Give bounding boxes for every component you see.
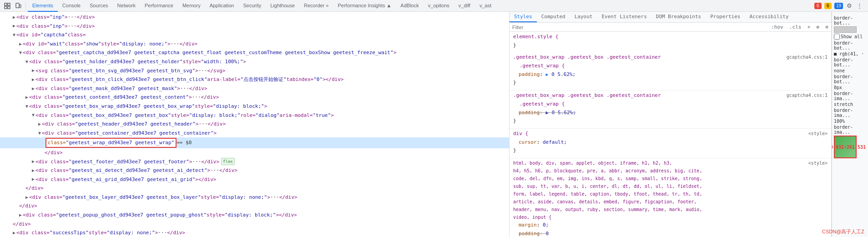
inspect-icon[interactable] xyxy=(2,0,13,11)
dom-line: ▶ <div class="geetest_box_layer_dd943ee7… xyxy=(0,193,509,202)
dom-line-selected[interactable]: class="geetest_wrap_dd943ee7 geetest_wra… xyxy=(0,137,509,148)
color-border-bot-2: border-bot... xyxy=(834,40,866,50)
main-area: ▶ <div class="inp"> ··· </div> ▶ <div cl… xyxy=(0,12,868,237)
rule-element-style: element.style { } xyxy=(510,32,831,52)
tab-accessibility[interactable]: Accessibility xyxy=(745,12,793,22)
styles-panel: Styles Computed Layout Event Listeners D… xyxy=(510,12,832,237)
tab-v-options[interactable]: v_opitons xyxy=(424,0,454,12)
tab-elements[interactable]: Elements xyxy=(28,0,58,12)
filter-suffix: :hov .cls + ⊕ ≡ xyxy=(771,24,828,30)
color-none: none xyxy=(834,68,866,73)
tab-performance[interactable]: Performance xyxy=(140,0,178,12)
dom-line: ▶ <div id="wait" class="show" style="dis… xyxy=(0,40,509,49)
dom-panel[interactable]: ▶ <div class="inp"> ··· </div> ▶ <div cl… xyxy=(0,12,510,237)
tab-adblock[interactable]: AdBlock xyxy=(396,0,423,12)
dom-line: ▼ <div id="captcha" class= xyxy=(0,30,509,40)
tab-layout[interactable]: Layout xyxy=(570,12,597,22)
show-all-checkbox[interactable] xyxy=(834,34,840,40)
color-border-ima-2: border-ima... xyxy=(834,108,866,118)
dom-line: ▼ <div class="geetest_captcha_dd943ee7 g… xyxy=(0,48,509,57)
color-border-bot-4: border-bot... xyxy=(834,74,866,84)
tab-memory[interactable]: Memory xyxy=(178,0,205,12)
styles-content: element.style { } .geetest_box_wrap .gee… xyxy=(510,32,831,237)
devtools-container: Elements Console Sources Network Perform… xyxy=(0,0,868,237)
color-border-bot-1: border-bot... xyxy=(834,15,866,25)
tab-v-diff[interactable]: v_diff xyxy=(454,0,475,12)
tab-styles[interactable]: Styles xyxy=(510,12,537,22)
dom-line: ▶ <div class="geetest_content_dd943ee7 g… xyxy=(0,93,509,102)
tab-lighthouse[interactable]: Lighthouse xyxy=(266,0,299,12)
color-show-all[interactable]: Show all xyxy=(834,34,866,40)
rule-origin-html: <style> xyxy=(808,159,828,221)
svg-rect-4 xyxy=(16,3,19,8)
styles-filter-row: :hov .cls + ⊕ ≡ xyxy=(510,23,831,32)
color-border-ima-1: border-ima... xyxy=(834,91,866,101)
color-stretch: stretch xyxy=(834,102,866,107)
rule-div: div { <style> cursor: default; } xyxy=(510,129,831,158)
dom-line: ▶ <div class="geetest_btn_click_dd943ee7… xyxy=(0,75,509,84)
toolbar-right: 6 6 19 ⚙ ⋮ xyxy=(814,1,866,10)
settings-icon[interactable]: ⚙ xyxy=(846,1,853,10)
badge-yellow: 6 xyxy=(824,3,832,9)
tab-network[interactable]: Network xyxy=(113,0,140,12)
devtools-toolbar: Elements Console Sources Network Perform… xyxy=(0,0,868,12)
dom-line: ▼ <div class="geetest_holder_dd943ee7 ge… xyxy=(0,57,509,66)
svg-rect-2 xyxy=(5,6,7,9)
dom-line: ▶ <div class="geetest_mask_dd943ee7 geet… xyxy=(0,84,509,93)
dom-line: </div> xyxy=(0,148,509,157)
tab-v-ast[interactable]: v_ast xyxy=(475,0,496,12)
more-icon[interactable]: ⋮ xyxy=(856,1,863,10)
dom-line: ▼ <div class="geetest_box_dd943ee7 geete… xyxy=(0,111,509,120)
tab-sources[interactable]: Sources xyxy=(85,0,112,12)
rule-geetest-2: .geetest_box_wrap .geetest_box .geetest_… xyxy=(510,91,831,129)
badge-red: 6 xyxy=(814,3,822,9)
dom-line: ▶ <div class="inp"> ··· </div> xyxy=(0,22,509,31)
color-border-ima-3: border-ima... xyxy=(834,125,866,135)
toolbar-separator-1 xyxy=(25,2,26,10)
dom-line: ▼ <div class="geetest_container_dd943ee7… xyxy=(0,129,509,138)
tab-dom-breakpoints[interactable]: DOM Breakpoints xyxy=(651,12,706,22)
dom-line: ▶ <div class="geetest_popup_ghost_dd943e… xyxy=(0,211,509,220)
color-border-bot-3: border-bot... xyxy=(834,57,866,67)
dom-line: ▶ <div class="geetest_footer_dd943ee7 ge… xyxy=(0,157,509,166)
tab-properties[interactable]: Properties xyxy=(706,12,745,22)
color-0px: 0px xyxy=(834,85,866,90)
dom-line: ▶ <div class="geetest_header_dd943ee7 ge… xyxy=(0,120,509,129)
styles-filter-input[interactable] xyxy=(512,25,769,30)
svg-rect-3 xyxy=(8,6,10,9)
rule-origin-1: gcaptcha4.css:1 xyxy=(787,53,828,62)
device-icon[interactable] xyxy=(13,0,24,11)
dom-line: ▼ <div class="geetest_box_wrap_dd943ee7 … xyxy=(0,102,509,111)
dom-line: ▶ <div class="geetest_ai_grid_dd943ee7 g… xyxy=(0,175,509,184)
tab-performance-insights[interactable]: Performance Insights ▲ xyxy=(333,0,396,12)
rule-origin-div: <style> xyxy=(808,130,828,138)
rule-html-body: html, body, div, span, applet, object, i… xyxy=(510,158,831,237)
tab-event-listeners[interactable]: Event Listeners xyxy=(597,12,651,22)
dom-line: </div> xyxy=(0,220,509,229)
color-100pct: 100% xyxy=(834,119,866,124)
tab-recorder[interactable]: Recorder » xyxy=(299,0,333,12)
svg-rect-0 xyxy=(5,3,7,5)
dom-line: </div> xyxy=(0,202,509,211)
tab-console[interactable]: Console xyxy=(58,0,85,12)
dom-line: ▶ <svg class="geetest_btn_svg_dd943ee7 g… xyxy=(0,66,509,76)
color-sidebar: border-bot... Show all border-bot... ■ r… xyxy=(832,12,868,237)
color-swatch-1 xyxy=(834,26,857,33)
rule-geetest-1: .geetest_box_wrap .geetest_box .geetest_… xyxy=(510,52,831,91)
color-swatch-green: 300:031~261:531 xyxy=(834,136,857,158)
styles-tabs-row: Styles Computed Layout Event Listeners D… xyxy=(510,12,831,23)
dom-line: ▶ <div class="inp"> ··· </div> xyxy=(0,13,509,22)
svg-rect-5 xyxy=(20,5,21,8)
rule-origin-2: gcaptcha4.css:1 xyxy=(787,91,828,100)
color-rgb: ■ rgb(41, · xyxy=(834,51,866,56)
tab-computed[interactable]: Computed xyxy=(537,12,570,22)
badge-blue: 19 xyxy=(834,3,843,9)
tab-application[interactable]: Application xyxy=(205,0,239,12)
dom-line: </div> xyxy=(0,184,509,193)
dom-line: ▶ <div class="geetest_ai_detect_dd943ee7… xyxy=(0,166,509,175)
svg-rect-1 xyxy=(8,3,10,5)
tab-security[interactable]: Security xyxy=(238,0,266,12)
watermark: CSDN@高子人工Z xyxy=(822,228,864,235)
dom-line: ▶ <div class="successTips" style="displa… xyxy=(0,228,509,237)
